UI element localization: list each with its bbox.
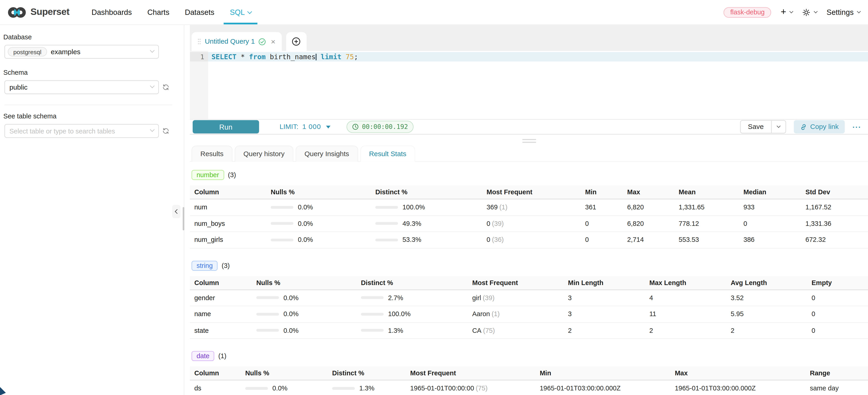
refresh-schemas-button[interactable] [162, 84, 169, 91]
column-header: Max [623, 188, 674, 196]
column-header: Distinct % [371, 188, 482, 196]
schema-select[interactable]: public [4, 80, 159, 94]
clock-icon [352, 123, 359, 130]
column-header: Most Frequent [468, 279, 564, 287]
theme-toggle-button[interactable] [802, 8, 817, 16]
sql-keyword: limit [321, 53, 341, 61]
max-cell: 6,820 [623, 204, 674, 211]
settings-menu[interactable]: Settings [827, 8, 860, 16]
nav-sql[interactable]: SQL [222, 0, 259, 25]
line-number: 1 [190, 53, 204, 61]
panel-scrollbar[interactable] [183, 207, 184, 231]
nulls-pct-cell: 0.0% [266, 236, 371, 244]
column-header: Min Length [564, 279, 645, 287]
superset-logo[interactable]: Superset [8, 6, 69, 19]
nav-charts[interactable]: Charts [140, 0, 177, 25]
drag-grip-icon[interactable] [198, 38, 201, 45]
stddev-cell: 672.32 [801, 236, 868, 244]
distinct-pct-cell: 53.3% [371, 236, 482, 244]
table-header-row: Column Nulls % Distinct % Most Frequent … [190, 185, 868, 199]
infinity-logo-icon [8, 6, 27, 19]
sidebar-divider [4, 105, 172, 105]
pane-resize-handle[interactable] [522, 139, 536, 143]
column-header: Range [805, 369, 868, 377]
string-section-header: string (3) [191, 261, 868, 271]
table-row: name 0.0% 100.0% Aaron(1) 3 11 5.95 0 [190, 306, 868, 322]
distinct-pct-cell: 1.3% [356, 327, 468, 334]
median-cell: 933 [739, 204, 801, 211]
limit-dropdown[interactable]: LIMIT: 1 000 [280, 123, 330, 131]
schema-label: Schema [3, 68, 175, 77]
limit-label: LIMIT: [280, 123, 298, 131]
most-frequent-cell: 0(39) [482, 220, 581, 227]
date-type-badge: date [191, 351, 214, 361]
plus-icon: + [781, 7, 786, 16]
table-schema-label: See table schema [3, 113, 175, 120]
tab-results[interactable]: Results [191, 146, 232, 162]
column-header: Column [190, 279, 252, 287]
column-name-cell: gender [190, 294, 252, 302]
new-item-button[interactable]: + [781, 8, 793, 16]
string-stats-table: Column Nulls % Distinct % Most Frequent … [190, 276, 868, 339]
tab-result-stats[interactable]: Result Stats [360, 146, 415, 162]
results-tabbar: Results Query history Query Insights Res… [190, 134, 868, 162]
collapse-sidebar-button[interactable] [172, 205, 180, 218]
progress-bar [256, 296, 279, 299]
column-header: Mean [674, 188, 739, 196]
sun-icon [802, 8, 810, 16]
database-engine-tag: postgresql [8, 47, 47, 57]
distinct-pct-cell: 2.7% [356, 294, 468, 302]
nulls-pct-cell: 0.0% [266, 220, 371, 227]
close-tab-icon[interactable]: × [271, 38, 275, 45]
tab-query-insights[interactable]: Query Insights [296, 146, 358, 162]
results-pane: Results Query history Query Insights Res… [190, 134, 868, 395]
table-row: state 0.0% 1.3% CA(75) 2 2 2 0 [190, 323, 868, 339]
database-select[interactable]: postgresql examples [4, 45, 159, 59]
date-section-header: date (1) [191, 351, 868, 361]
query-timer: 00:00:00.192 [346, 121, 413, 133]
chevron-down-icon [857, 9, 861, 13]
progress-bar [256, 329, 279, 332]
sql-text: * [237, 53, 249, 61]
run-query-button[interactable]: Run [193, 120, 259, 133]
chevron-down-icon [814, 9, 818, 13]
distinct-pct-cell: 100.0% [371, 204, 482, 211]
table-select[interactable]: Select table or type to search tables [4, 124, 159, 138]
refresh-icon [162, 84, 169, 91]
copy-link-button[interactable]: Copy link [794, 120, 845, 133]
column-name-cell: ds [190, 385, 241, 392]
nav-datasets[interactable]: Datasets [177, 0, 222, 25]
link-icon [800, 123, 807, 130]
empty-cell: 0 [807, 294, 868, 302]
database-value: examples [51, 48, 81, 56]
more-actions-button[interactable]: ··· [852, 123, 861, 131]
new-query-tab-button[interactable] [286, 32, 307, 51]
elapsed-time: 00:00:00.192 [362, 123, 408, 131]
main-nav: Dashboards Charts Datasets SQL [84, 0, 259, 25]
refresh-tables-button[interactable] [162, 127, 169, 134]
column-header: Most Frequent [406, 369, 535, 377]
progress-bar [375, 206, 398, 209]
nav-dashboards[interactable]: Dashboards [84, 0, 140, 25]
progress-bar [245, 387, 268, 390]
sql-code-editor[interactable]: 1 SELECT * from birth_names limit 75; [190, 51, 868, 119]
caret-down-icon [326, 126, 330, 128]
save-split-button: Save [740, 120, 786, 133]
app-header: Superset Dashboards Charts Datasets SQL … [0, 0, 868, 25]
sql-keyword: from [249, 53, 266, 61]
column-header: Column [190, 369, 241, 377]
table-row: num_boys 0.0% 49.3% 0(39) 0 6,820 778.12… [190, 216, 868, 232]
distinct-pct-cell: 100.0% [356, 310, 468, 318]
nulls-pct-cell: 0.0% [252, 310, 356, 318]
column-header: Avg Length [726, 279, 807, 287]
table-row: ds 0.0% 1.3% 1965-01-01T00:00:00(75) 196… [190, 381, 868, 395]
database-label: Database [3, 33, 175, 41]
query-tab[interactable]: Untitled Query 1 × [191, 32, 282, 51]
date-stats-table: Column Nulls % Distinct % Most Frequent … [190, 366, 868, 395]
save-options-button[interactable] [771, 121, 785, 133]
column-name-cell: state [190, 327, 252, 334]
save-button[interactable]: Save [741, 121, 771, 133]
brand-name: Superset [30, 7, 69, 18]
table-select-placeholder: Select table or type to search tables [9, 127, 115, 135]
tab-query-history[interactable]: Query history [235, 146, 293, 162]
